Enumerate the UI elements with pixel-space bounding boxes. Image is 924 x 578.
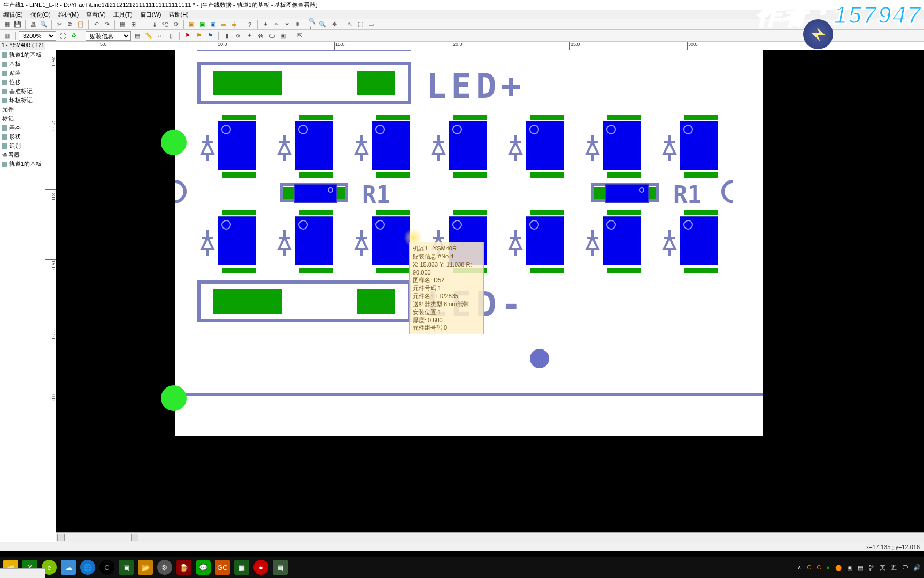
wand2-icon[interactable]: ✧ [271, 20, 281, 29]
flag-org-icon[interactable]: ⚑ [194, 31, 204, 41]
pad[interactable] [530, 268, 564, 273]
help-icon[interactable]: ? [245, 20, 255, 29]
component-led[interactable] [449, 121, 487, 170]
screen2-icon[interactable]: ▣ [278, 31, 288, 41]
app-icon[interactable]: GC [215, 560, 230, 575]
sync-icon[interactable]: ⟳ [171, 20, 181, 29]
tree-mark[interactable]: 标记 [0, 114, 45, 123]
pointer-icon[interactable]: ↖ [345, 20, 355, 29]
menu-optimize[interactable]: 优化(O) [30, 11, 51, 19]
grid-icon[interactable]: ▦ [118, 20, 127, 29]
marquee-icon[interactable]: ▭ [366, 20, 376, 29]
volume-icon[interactable]: 🔊 [913, 564, 921, 571]
tree-recognition[interactable]: 识别 [0, 141, 45, 150]
tree-fiducial[interactable]: 基准标记 [0, 87, 45, 96]
tray-icon[interactable]: C [807, 564, 811, 571]
dim-icon[interactable]: ↔ [155, 31, 165, 41]
settings-icon[interactable]: ⚙ [157, 560, 172, 575]
component-r1[interactable] [294, 184, 337, 203]
edge-icon[interactable]: 🌐 [80, 560, 95, 575]
redo-icon[interactable]: ↷ [102, 20, 112, 29]
save-icon[interactable]: 💾 [13, 20, 22, 29]
select-icon[interactable]: ⬚ [356, 20, 365, 29]
app-icon[interactable]: ▣ [119, 560, 134, 575]
component-led[interactable] [372, 121, 410, 170]
pad[interactable] [376, 268, 410, 273]
pad[interactable] [222, 210, 256, 215]
tray-icon[interactable]: ▣ [847, 564, 852, 571]
wechat-icon[interactable]: 💬 [196, 560, 211, 575]
tool-icon[interactable]: 🛠 [256, 31, 265, 41]
board2-icon[interactable]: ▣ [197, 20, 207, 29]
undo-icon[interactable]: ↶ [91, 20, 101, 29]
tray-icon[interactable]: 🕊 [868, 564, 874, 571]
pad[interactable] [684, 172, 718, 178]
list-icon[interactable]: ▤ [133, 31, 142, 41]
tray-kb[interactable]: 五 [891, 564, 897, 572]
pad[interactable] [453, 115, 487, 120]
zoom-select[interactable]: 3200% [19, 31, 56, 41]
board3-icon[interactable]: ▣ [208, 20, 218, 29]
pad[interactable] [607, 172, 641, 178]
menu-maintain[interactable]: 维护(M) [58, 11, 79, 19]
app-icon[interactable]: 🍺 [176, 560, 191, 575]
zoom-out-icon[interactable]: 🔍- [319, 20, 328, 29]
fiducial-green[interactable] [161, 385, 187, 411]
fiducial-blue[interactable] [530, 349, 549, 368]
tree-viewer[interactable]: 查看器 [0, 150, 45, 159]
pad[interactable] [607, 268, 641, 273]
temp2-icon[interactable]: °C [160, 20, 170, 29]
pcb-canvas[interactable]: LED LED+ [56, 50, 924, 532]
app-icon[interactable]: ▦ [234, 560, 249, 575]
component-led[interactable] [295, 216, 333, 265]
box-icon[interactable]: ▯ [166, 31, 176, 41]
paste-icon[interactable]: 📋 [76, 20, 86, 29]
tray-icon[interactable]: ∧ [797, 564, 802, 571]
component-led[interactable] [526, 216, 564, 265]
pad[interactable] [222, 268, 256, 273]
pad[interactable] [453, 210, 487, 215]
tree-shape[interactable]: 形状 [0, 132, 45, 141]
pad[interactable] [213, 289, 282, 314]
tree-component[interactable]: 元件 [0, 105, 45, 114]
pad[interactable] [530, 115, 564, 120]
flag-red-icon[interactable]: ⚑ [183, 31, 192, 41]
ruler2-icon[interactable]: ╪ [229, 20, 239, 29]
wand-icon[interactable]: ✦ [260, 20, 270, 29]
tray-icon[interactable]: ● [826, 564, 830, 571]
record-icon[interactable]: ● [253, 560, 268, 575]
pad[interactable] [607, 210, 641, 215]
component-led[interactable] [218, 216, 256, 265]
tree-badmark[interactable]: 坏板标记 [0, 96, 45, 105]
pad[interactable] [684, 210, 718, 215]
menu-window[interactable]: 窗口(W) [140, 11, 161, 19]
component-led[interactable] [218, 121, 256, 170]
component-led[interactable] [603, 121, 641, 170]
screen-icon[interactable]: 🖵 [267, 31, 276, 41]
component-led[interactable] [603, 216, 641, 265]
wand3-icon[interactable]: ✶ [282, 20, 291, 29]
copy-icon[interactable]: ⧉ [65, 20, 75, 29]
scrollbar-horizontal[interactable] [56, 532, 924, 542]
preview-icon[interactable]: 🔍 [39, 20, 49, 29]
flag-blue-icon[interactable]: ⚑ [205, 31, 215, 41]
menu-help[interactable]: 帮助(H) [169, 11, 189, 19]
menu-view[interactable]: 查看(V) [86, 11, 106, 19]
pad[interactable] [357, 289, 395, 314]
export-icon[interactable]: ⇱ [295, 31, 304, 41]
zoom-in-icon[interactable]: 🔍+ [308, 20, 318, 29]
pad[interactable] [222, 115, 256, 120]
measure-icon[interactable]: 📏 [144, 31, 153, 41]
pad[interactable] [376, 210, 410, 215]
wand4-icon[interactable]: ✷ [292, 20, 302, 29]
tree-board[interactable]: 基板 [0, 59, 45, 69]
component-led[interactable] [526, 121, 564, 170]
off-icon[interactable]: ⭘ [233, 31, 243, 41]
pad[interactable] [357, 71, 395, 95]
tray-icon[interactable]: ⬤ [835, 564, 842, 571]
pad[interactable] [453, 172, 487, 178]
tray-icon[interactable]: C [817, 564, 821, 571]
cloud-icon[interactable]: ☁ [61, 560, 76, 575]
pad[interactable] [684, 268, 718, 273]
tray-icon[interactable]: 🖵 [902, 564, 908, 571]
